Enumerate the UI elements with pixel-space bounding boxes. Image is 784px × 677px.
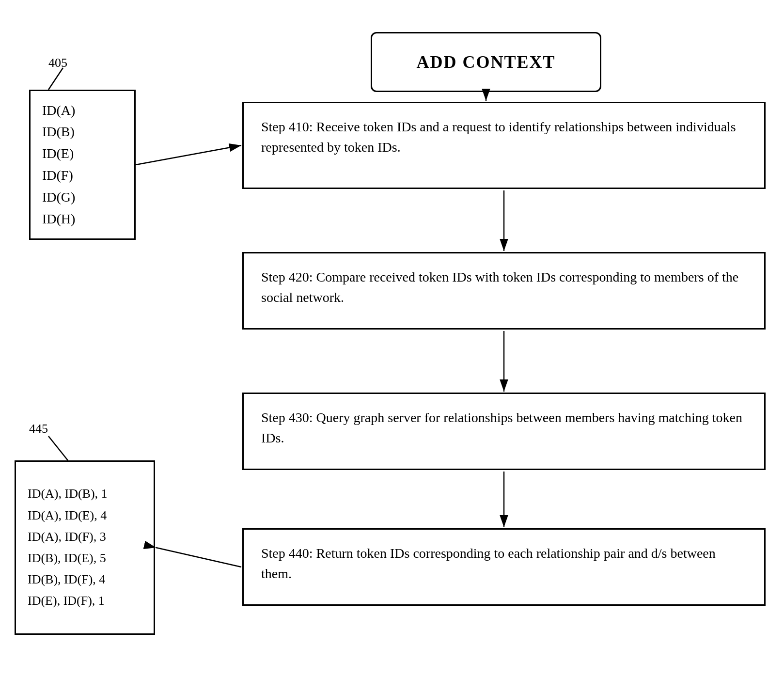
- ids-box-top: ID(A) ID(B) ID(E) ID(F) ID(G) ID(H): [29, 90, 136, 240]
- step-420-box: Step 420: Compare received token IDs wit…: [242, 252, 766, 330]
- output-id-5: ID(B), ID(F), 4: [28, 569, 142, 590]
- id-item-g: ID(G): [42, 187, 123, 208]
- add-context-label: ADD CONTEXT: [416, 52, 555, 72]
- step-410-box: Step 410: Receive token IDs and a reques…: [242, 102, 766, 189]
- line-405-to-box: [48, 68, 63, 90]
- ids-box-bottom: ID(A), ID(B), 1 ID(A), ID(E), 4 ID(A), I…: [15, 460, 155, 635]
- line-445-to-box: [48, 436, 68, 460]
- step-420-text: Step 420: Compare received token IDs wit…: [261, 269, 738, 305]
- id-item-f: ID(F): [42, 165, 123, 187]
- step-430-text: Step 430: Query graph server for relatio…: [261, 410, 742, 445]
- label-445: 445: [29, 422, 48, 436]
- output-id-4: ID(B), ID(E), 5: [28, 548, 142, 569]
- id-item-e: ID(E): [42, 143, 123, 165]
- output-id-1: ID(A), ID(B), 1: [28, 483, 142, 504]
- arrow-ids-to-410: [136, 145, 241, 165]
- id-item-a: ID(A): [42, 100, 123, 122]
- add-context-box: ADD CONTEXT: [371, 32, 601, 92]
- step-440-box: Step 440: Return token IDs corresponding…: [242, 528, 766, 606]
- diagram-container: ADD CONTEXT 405 445 ID(A) ID(B) ID(E) ID…: [0, 0, 784, 677]
- id-item-h: ID(H): [42, 208, 123, 230]
- label-405: 405: [48, 56, 67, 70]
- step-410-text: Step 410: Receive token IDs and a reques…: [261, 119, 736, 155]
- step-430-box: Step 430: Query graph server for relatio…: [242, 393, 766, 470]
- id-item-b: ID(B): [42, 121, 123, 143]
- output-id-3: ID(A), ID(F), 3: [28, 526, 142, 548]
- output-id-6: ID(E), ID(F), 1: [28, 590, 142, 612]
- arrow-440-to-ids-bottom: [156, 548, 241, 567]
- output-id-2: ID(A), ID(E), 4: [28, 505, 142, 526]
- step-440-text: Step 440: Return token IDs corresponding…: [261, 546, 716, 581]
